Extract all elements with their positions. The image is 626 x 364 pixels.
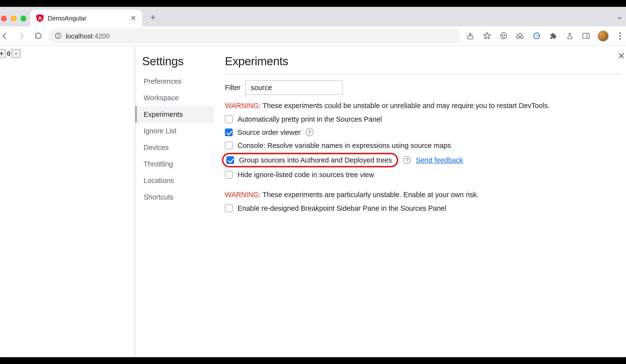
experiment-source-order-viewer: Source order viewer ? (225, 128, 621, 136)
close-settings-button[interactable]: ✕ (618, 51, 625, 61)
angular-favicon-icon: A (36, 14, 44, 22)
experiment-label: Enable re-designed Breakpoint Sidebar Pa… (237, 204, 446, 212)
experiment-label: Automatically pretty print in the Source… (237, 115, 382, 123)
extension-goggles-icon[interactable] (515, 31, 525, 41)
sidebar-item-locations[interactable]: Locations (135, 172, 214, 189)
warning-text: These experiments are particularly unsta… (261, 191, 479, 199)
warning-unstable: WARNING: These experiments could be unst… (225, 102, 621, 109)
experiment-hide-ignore-listed: Hide ignore-listed code in sources tree … (225, 171, 621, 179)
warning-prefix: WARNING: (225, 191, 261, 199)
experiment-breakpoint-sidebar: Enable re-designed Breakpoint Sidebar Pa… (225, 204, 621, 212)
sidebar-item-throttling[interactable]: Throttling (135, 156, 214, 172)
highlighted-experiment: Group sources into Authored and Deployed… (222, 153, 398, 167)
app-pane: + 0 - (0, 46, 135, 357)
filter-label: Filter (225, 84, 240, 91)
side-panel-icon[interactable] (581, 31, 591, 41)
settings-sidebar: Settings Preferences Workspace Experimen… (135, 46, 214, 357)
url-host: localhost (66, 32, 93, 40)
checkbox-source-order[interactable] (225, 128, 233, 136)
profile-avatar[interactable] (598, 30, 608, 41)
send-feedback-link[interactable]: Send feedback (416, 156, 463, 164)
filter-input[interactable] (245, 80, 343, 95)
help-icon[interactable]: ? (403, 156, 411, 164)
address-bar[interactable]: localhost:4200 (49, 29, 461, 43)
svg-point-7 (517, 36, 520, 38)
labs-flask-icon[interactable] (565, 31, 574, 41)
svg-point-14 (620, 38, 621, 39)
warning-prefix: WARNING: (225, 102, 261, 109)
sidebar-item-workspace[interactable]: Workspace (135, 90, 214, 106)
experiment-group-sources: Group sources into Authored and Deployed… (225, 155, 621, 165)
window-dropdown-button[interactable] (616, 15, 626, 26)
experiment-label: Source order viewer (237, 128, 301, 136)
experiments-heading: Experiments (225, 55, 621, 68)
checkbox-group-sources[interactable] (226, 156, 234, 164)
svg-point-6 (504, 35, 505, 36)
svg-rect-10 (583, 33, 589, 38)
filter-row: Filter (225, 80, 621, 95)
kebab-menu-icon[interactable] (615, 31, 625, 41)
checkbox-hide-ignored[interactable] (225, 171, 233, 179)
settings-heading: Settings (142, 55, 214, 68)
back-button[interactable] (0, 30, 11, 42)
checkbox-breakpoint-sidebar[interactable] (225, 204, 233, 212)
minimize-window-button[interactable] (11, 16, 17, 21)
experiment-pretty-print: Automatically pretty print in the Source… (225, 115, 621, 123)
help-icon[interactable]: ? (306, 128, 313, 136)
sidebar-item-preferences[interactable]: Preferences (135, 73, 214, 90)
experiment-label: Group sources into Authored and Deployed… (239, 156, 392, 164)
decrement-button[interactable]: - (12, 49, 20, 58)
tab-title: DemoAngular (48, 14, 86, 22)
counter-widget: + 0 - (0, 49, 20, 58)
incognito-icon[interactable] (499, 31, 508, 41)
page-content: + 0 - ✕ Settings Preferences Workspace E… (0, 46, 626, 357)
experiment-console-resolve-vars: Console: Resolve variable names in expre… (225, 142, 621, 149)
sidebar-item-ignore-list[interactable]: Ignore List (135, 123, 214, 139)
forward-button[interactable] (16, 30, 27, 42)
tab-strip: A DemoAngular ✕ + (0, 7, 626, 26)
browser-tab[interactable]: A DemoAngular ✕ (30, 10, 142, 26)
sidebar-item-experiments[interactable]: Experiments (135, 106, 214, 123)
close-tab-button[interactable]: ✕ (130, 14, 136, 22)
window-controls (0, 16, 30, 26)
reload-button[interactable] (32, 30, 44, 42)
bookmark-star-icon[interactable] (482, 31, 492, 41)
settings-content: Experiments Filter WARNING: These experi… (214, 46, 626, 357)
sidebar-item-shortcuts[interactable]: Shortcuts (135, 189, 214, 205)
extension-g-icon[interactable] (532, 31, 541, 41)
svg-point-13 (620, 35, 621, 36)
warning-text: These experiments could be unstable or u… (261, 102, 550, 109)
devtools-settings-panel: ✕ Settings Preferences Workspace Experim… (135, 46, 626, 357)
url-port: :4200 (93, 32, 110, 40)
browser-toolbar: localhost:4200 (0, 26, 626, 46)
checkbox-pretty-print[interactable] (225, 115, 233, 123)
checkbox-console-resolve[interactable] (225, 142, 233, 149)
site-info-icon[interactable] (54, 32, 62, 39)
divider (225, 74, 621, 74)
warning-particularly-unstable: WARNING: These experiments are particula… (225, 191, 621, 199)
svg-point-8 (520, 36, 523, 38)
close-window-button[interactable] (1, 16, 7, 21)
new-tab-button[interactable]: + (146, 11, 160, 24)
svg-point-5 (502, 35, 503, 36)
svg-point-4 (500, 33, 507, 39)
share-icon[interactable] (465, 31, 475, 41)
svg-point-2 (58, 34, 58, 35)
experiment-label: Hide ignore-listed code in sources tree … (237, 171, 374, 179)
toolbar-actions (465, 30, 626, 41)
increment-button[interactable]: + (0, 49, 6, 58)
sidebar-item-devices[interactable]: Devices (135, 139, 214, 156)
maximize-window-button[interactable] (20, 16, 26, 21)
extensions-puzzle-icon[interactable] (548, 31, 558, 41)
browser-window: A DemoAngular ✕ + (0, 7, 626, 357)
counter-value: 0 (6, 50, 12, 57)
experiment-label: Console: Resolve variable names in expre… (237, 142, 451, 149)
svg-point-12 (620, 32, 621, 34)
